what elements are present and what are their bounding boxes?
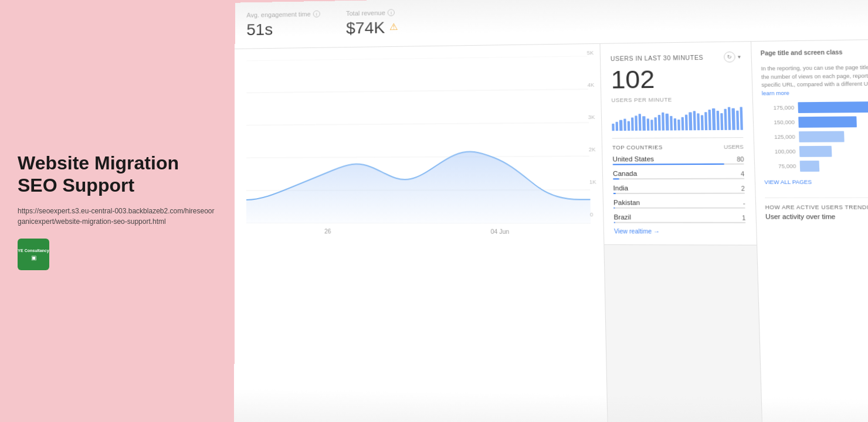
logo-icon: ▣ xyxy=(31,254,36,261)
right-sidebar: USERS IN LAST 30 MINUTES ↻ ▾ 102 USERS P… xyxy=(601,42,762,422)
country-name: Pakistan xyxy=(613,199,640,206)
list-item: Brazil 1 xyxy=(613,213,745,223)
info-icon-revenue[interactable]: i xyxy=(388,9,395,16)
svg-line-2 xyxy=(246,122,589,125)
mini-bar-item xyxy=(724,109,727,130)
dropdown-icon[interactable]: ▾ xyxy=(738,54,741,60)
bar-label: 75,000 xyxy=(764,163,796,169)
bar-label: 175,000 xyxy=(762,105,794,111)
mini-bar-item xyxy=(716,111,719,130)
list-item: 100,000 xyxy=(763,145,868,157)
learn-more-link[interactable]: learn more xyxy=(762,90,789,96)
users-count: 102 xyxy=(611,66,742,92)
metric-revenue: Total revenue i $74K ⚠ xyxy=(346,8,429,38)
country-bar xyxy=(613,207,745,209)
main-content: 5K 4K 3K 2K 1K 0 xyxy=(234,39,868,422)
y-label-1k: 1K xyxy=(589,179,596,185)
view-realtime-link[interactable]: View realtime → xyxy=(614,228,746,235)
mini-bar-item xyxy=(697,113,700,130)
list-item: Pakistan - xyxy=(613,199,745,209)
country-bar xyxy=(613,178,744,180)
mini-bar-item xyxy=(623,119,626,131)
users-panel-header: USERS IN LAST 30 MINUTES ↻ ▾ xyxy=(611,52,741,64)
mini-bar-item xyxy=(643,116,646,131)
mini-bar-item xyxy=(646,118,649,131)
mini-bar-item xyxy=(631,117,634,131)
list-item: 150,000 xyxy=(762,116,868,128)
country-bar xyxy=(613,164,744,165)
metric-engagement-label: Avg. engagement time i xyxy=(246,10,328,18)
y-label-2k: 2K xyxy=(589,147,596,152)
mini-bar-item xyxy=(685,115,688,131)
mini-bar-item xyxy=(704,112,707,130)
bar-fill-light xyxy=(799,146,832,157)
list-item: India 2 xyxy=(613,184,745,194)
y-label-3k: 3K xyxy=(588,114,595,120)
warning-icon: ⚠ xyxy=(389,21,398,32)
svg-line-0 xyxy=(246,56,588,60)
metric-engagement-value: 51s xyxy=(246,19,328,39)
chart-x-labels: 26 04 Jun xyxy=(246,226,591,237)
bar-fill-light xyxy=(799,131,845,142)
country-value: 1 xyxy=(742,215,745,222)
users-per-min-label: USERS PER MINUTE xyxy=(611,96,742,103)
far-right-title: Page title and screen class xyxy=(761,48,868,56)
bottom-section-title: HOW ARE ACTIVE USERS TRENDING? xyxy=(765,204,868,210)
x-label-04jun: 04 Jun xyxy=(491,229,510,235)
country-name: Canada xyxy=(613,170,637,177)
page-url[interactable]: https://seoexpert.s3.eu-central-003.back… xyxy=(18,206,217,227)
bar-label: 150,000 xyxy=(762,119,795,125)
mini-bar-item xyxy=(673,118,676,131)
panel-controls: ↻ ▾ xyxy=(724,52,741,63)
mini-bar-chart xyxy=(612,106,743,131)
bottom-section: HOW ARE ACTIVE USERS TRENDING? User acti… xyxy=(765,198,868,220)
page-title: Website Migration SEO Support xyxy=(18,152,217,197)
mini-bar-item xyxy=(736,111,739,130)
mini-bar-item xyxy=(666,114,669,131)
country-value: 4 xyxy=(741,171,744,177)
mini-bar-item xyxy=(681,117,684,131)
mini-bar-item xyxy=(616,122,619,131)
far-right-panel: Page title and screen class In the repor… xyxy=(751,39,868,422)
dashboard-container: Avg. engagement time i 51s Total revenue… xyxy=(234,0,868,422)
mini-bar-item xyxy=(670,116,673,131)
mini-bar-item xyxy=(693,111,696,130)
mini-bar-item xyxy=(650,120,653,131)
left-panel: Website Migration SEO Support https://se… xyxy=(0,0,235,422)
refresh-icon[interactable]: ↻ xyxy=(724,52,735,63)
country-bar-fill xyxy=(613,207,615,209)
list-item: United States 80 xyxy=(612,155,744,165)
y-label-0: 0 xyxy=(590,212,597,217)
list-item: 75,000 xyxy=(764,160,868,172)
metric-engagement: Avg. engagement time i 51s xyxy=(246,10,328,39)
list-item: 175,000 xyxy=(762,101,868,114)
country-value: 2 xyxy=(741,185,745,192)
mini-bar-item xyxy=(720,113,723,130)
country-name: India xyxy=(613,185,628,192)
mini-bar-item xyxy=(635,115,638,131)
view-all-pages-link[interactable]: VIEW ALL PAGES xyxy=(764,179,868,185)
users-panel-title: USERS IN LAST 30 MINUTES xyxy=(611,54,704,62)
country-bar-fill xyxy=(614,222,615,223)
countries-title: TOP COUNTRIES xyxy=(612,144,663,151)
mini-bar-item xyxy=(639,114,642,131)
x-label-26: 26 xyxy=(324,228,331,234)
country-bar-fill xyxy=(613,178,619,179)
country-name: United States xyxy=(612,155,654,163)
list-item: 125,000 xyxy=(763,131,868,142)
y-label-5k: 5K xyxy=(587,50,594,56)
country-value: 80 xyxy=(737,156,744,162)
countries-col-label: USERS xyxy=(724,144,744,151)
y-label-4k: 4K xyxy=(588,82,595,88)
svg-line-3 xyxy=(246,156,589,158)
mini-bar-item xyxy=(689,112,692,130)
country-bar xyxy=(613,193,745,194)
mini-bar-item xyxy=(677,120,680,131)
mini-bar-item xyxy=(658,115,661,131)
country-bar xyxy=(614,222,746,223)
mini-bar-item xyxy=(732,108,735,130)
mini-bar-item xyxy=(740,107,743,130)
mini-bar-item xyxy=(701,115,704,130)
logo-badge[interactable]: YE Consultancy ▣ xyxy=(18,239,49,270)
info-icon[interactable]: i xyxy=(313,11,320,18)
